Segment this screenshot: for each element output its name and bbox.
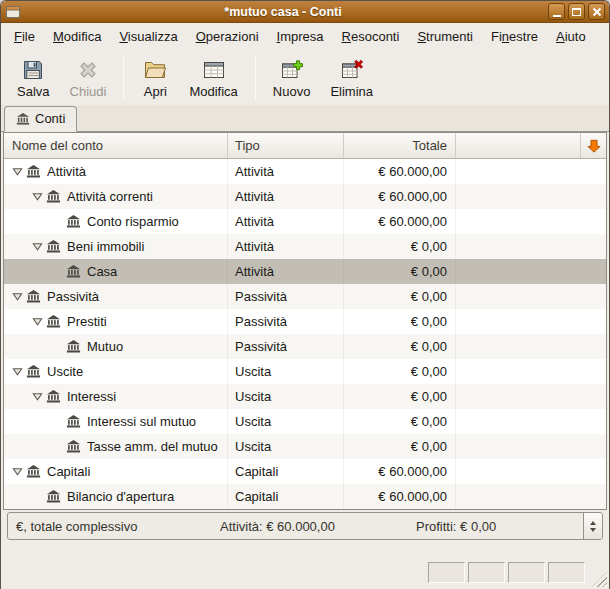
tab-label: Conti <box>35 111 65 126</box>
table-row[interactable]: Tasse amm. del mutuo Uscita € 0,00 <box>4 434 606 459</box>
edit-account-button[interactable]: Modifica <box>179 53 247 103</box>
table-row[interactable]: Attività correnti Attività € 60.000,00 <box>4 184 606 209</box>
table-row[interactable]: Beni immobili Attività € 0,00 <box>4 234 606 259</box>
menu-impresa[interactable]: Impresa <box>268 25 333 48</box>
account-type: Uscita <box>228 434 344 459</box>
close-tab-label: Chiudi <box>70 84 107 99</box>
table-row[interactable]: Mutuo Passività € 0,00 <box>4 334 606 359</box>
table-body: Attività Attività € 60.000,00 <box>4 159 606 509</box>
minimize-button[interactable] <box>548 3 565 20</box>
expander-icon[interactable] <box>30 191 45 202</box>
account-total: € 0,00 <box>344 409 456 434</box>
close-tab-button: Chiudi <box>60 53 117 103</box>
account-total: € 0,00 <box>344 234 456 259</box>
expander-icon[interactable] <box>10 291 25 302</box>
expander-icon[interactable] <box>10 166 25 177</box>
table-row[interactable]: Conto risparmio Attività € 60.000,00 <box>4 209 606 234</box>
account-name: Interessi sul mutuo <box>87 414 196 429</box>
menu-operazioni[interactable]: Operazioni <box>187 25 268 48</box>
account-icon <box>65 214 81 230</box>
accounts-icon <box>16 112 30 126</box>
account-icon <box>45 239 61 255</box>
delete-account-label: Elimina <box>330 84 373 99</box>
account-icon <box>45 189 61 205</box>
edit-account-icon <box>202 58 226 82</box>
delete-account-button[interactable]: Elimina <box>320 53 383 103</box>
column-header-type[interactable]: Tipo <box>228 133 344 158</box>
summary-assets: Attività: € 60.000,00 <box>220 519 416 534</box>
table-row[interactable]: Interessi Uscita € 0,00 <box>4 384 606 409</box>
table-row[interactable]: Uscite Uscita € 0,00 <box>4 359 606 384</box>
row-filler <box>456 159 606 184</box>
maximize-icon <box>572 8 581 16</box>
tab-conti[interactable]: Conti <box>4 106 77 132</box>
menu-visualizza[interactable]: Visualizza <box>110 25 186 48</box>
save-button[interactable]: Salva <box>7 53 60 103</box>
account-type: Attività <box>228 184 344 209</box>
account-total: € 60.000,00 <box>344 459 456 484</box>
maximize-button[interactable] <box>568 3 585 20</box>
account-icon <box>65 264 81 280</box>
expander-icon[interactable] <box>10 366 25 377</box>
row-filler <box>456 484 606 509</box>
save-icon <box>21 58 45 82</box>
summary-scope: €, totale complessivo <box>8 519 220 534</box>
row-filler <box>456 409 606 434</box>
open-button[interactable]: Apri <box>131 53 179 103</box>
row-filler <box>456 234 606 259</box>
menu-file[interactable]: File <box>5 25 44 48</box>
indent <box>4 196 30 197</box>
table-row[interactable]: Passività Passività € 0,00 <box>4 284 606 309</box>
tab-strip: Conti <box>1 105 609 132</box>
account-name: Casa <box>87 264 117 279</box>
menu-strumenti[interactable]: Strumenti <box>408 25 482 48</box>
indent <box>4 221 50 222</box>
table-row[interactable]: Bilancio d'apertura Capitali € 60.000,00 <box>4 484 606 509</box>
table-row[interactable]: Interessi sul mutuo Uscita € 0,00 <box>4 409 606 434</box>
resize-grip[interactable] <box>592 572 607 587</box>
menu-aiuto[interactable]: Aiuto <box>547 25 595 48</box>
table-row[interactable]: Casa Attività € 0,00 <box>4 259 606 284</box>
column-menu-button[interactable] <box>580 133 606 158</box>
accounts-page: Nome del conto Tipo Totale <box>1 132 609 544</box>
column-header-total[interactable]: Totale <box>344 133 456 158</box>
summary-profits: Profitti: € 0,00 <box>416 519 583 534</box>
account-type: Attività <box>228 259 344 284</box>
menu-finestre[interactable]: Finestre <box>482 25 547 48</box>
table-row[interactable]: Prestiti Passività € 0,00 <box>4 309 606 334</box>
open-folder-icon <box>143 58 167 82</box>
expander-icon[interactable] <box>30 241 45 252</box>
row-filler <box>456 359 606 384</box>
account-icon <box>45 314 61 330</box>
account-name: Passività <box>47 289 99 304</box>
table-row[interactable]: Capitali Capitali € 60.000,00 <box>4 459 606 484</box>
account-total: € 60.000,00 <box>344 184 456 209</box>
table-row[interactable]: Attività Attività € 60.000,00 <box>4 159 606 184</box>
statusbar-cell <box>428 562 465 583</box>
column-header-name[interactable]: Nome del conto <box>4 133 228 158</box>
new-account-button[interactable]: Nuovo <box>263 53 321 103</box>
expander-icon[interactable] <box>30 391 45 402</box>
account-name: Bilancio d'apertura <box>67 489 174 504</box>
account-icon <box>45 489 61 505</box>
expander-icon[interactable] <box>30 316 45 327</box>
expander-icon[interactable] <box>10 466 25 477</box>
menu-resoconti[interactable]: Resoconti <box>333 25 409 48</box>
close-button[interactable] <box>588 3 605 20</box>
indent <box>4 421 50 422</box>
summary-stepper[interactable] <box>583 513 602 539</box>
indent <box>4 446 50 447</box>
menu-bar: File Modifica Visualizza Operazioni Impr… <box>1 23 609 49</box>
account-icon <box>45 389 61 405</box>
window-menu-icon[interactable] <box>5 4 21 20</box>
row-filler <box>456 209 606 234</box>
indent <box>4 271 50 272</box>
row-filler <box>456 434 606 459</box>
indent <box>4 496 30 497</box>
account-type: Uscita <box>228 384 344 409</box>
menu-modifica[interactable]: Modifica <box>44 25 110 48</box>
edit-account-label: Modifica <box>189 84 237 99</box>
title-bar[interactable]: *mutuo casa - Conti <box>1 1 609 23</box>
account-total: € 0,00 <box>344 284 456 309</box>
orange-down-arrow-icon <box>587 139 601 153</box>
